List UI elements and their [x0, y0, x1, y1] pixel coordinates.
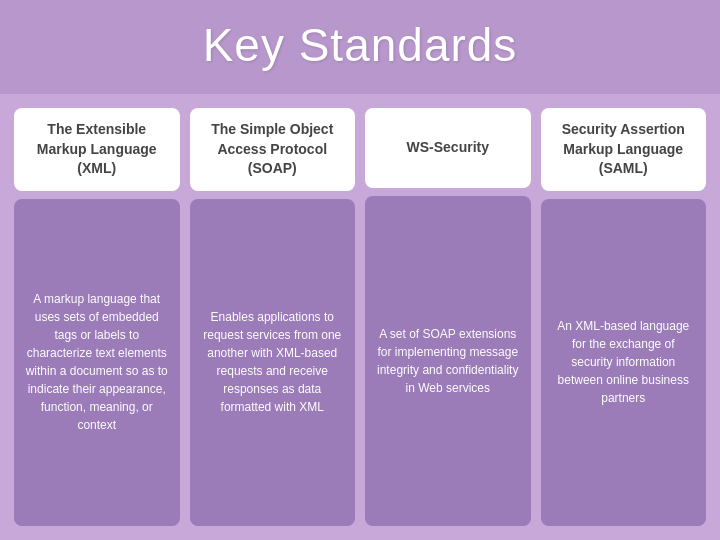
column-ws-security: WS-SecurityA set of SOAP extensions for … — [365, 108, 531, 526]
column-saml: Security Assertion Markup Language (SAML… — [541, 108, 707, 526]
column-soap: The Simple Object Access Protocol (SOAP)… — [190, 108, 356, 526]
card-top-xml: The Extensible Markup Language (XML) — [14, 108, 180, 191]
card-top-soap: The Simple Object Access Protocol (SOAP) — [190, 108, 356, 191]
page-title: Key Standards — [30, 18, 690, 72]
header: Key Standards — [0, 0, 720, 94]
page: Key Standards The Extensible Markup Lang… — [0, 0, 720, 540]
column-xml: The Extensible Markup Language (XML)A ma… — [14, 108, 180, 526]
content-area: The Extensible Markup Language (XML)A ma… — [0, 94, 720, 540]
card-bottom-xml: A markup language that uses sets of embe… — [14, 199, 180, 526]
card-top-saml: Security Assertion Markup Language (SAML… — [541, 108, 707, 191]
card-bottom-saml: An XML-based language for the exchange o… — [541, 199, 707, 526]
card-top-ws-security: WS-Security — [365, 108, 531, 188]
card-bottom-ws-security: A set of SOAP extensions for implementin… — [365, 196, 531, 526]
card-bottom-soap: Enables applications to request services… — [190, 199, 356, 526]
